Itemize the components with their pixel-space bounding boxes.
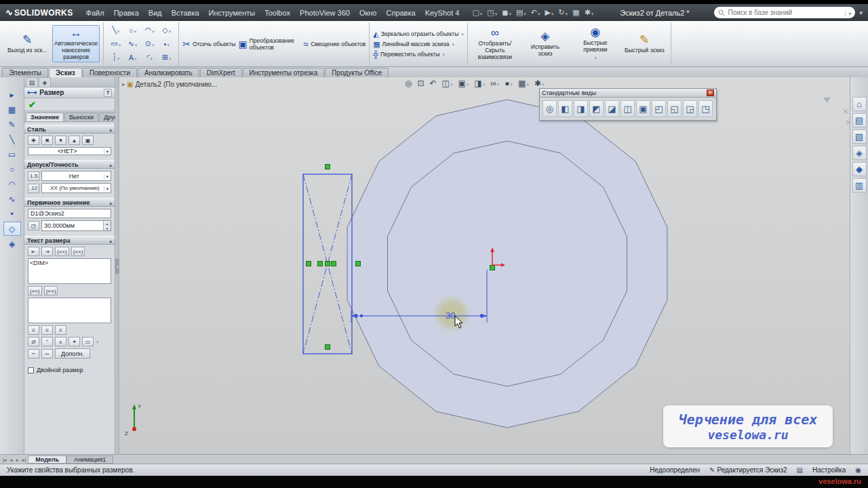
tab-features[interactable]: Элементы bbox=[2, 68, 48, 77]
dropdown-arrow-icon[interactable] bbox=[466, 79, 469, 88]
view-top-icon[interactable]: ◫ bbox=[620, 100, 635, 117]
tolerance-type-select[interactable]: Нет bbox=[41, 171, 111, 181]
search-dropdown-icon[interactable] bbox=[845, 9, 851, 17]
ellipse-entity[interactable]: ⊙ bbox=[141, 37, 158, 51]
graphics-area[interactable]: 30YZ ◎⊡↶◫▣◨∞●▦✱ ▸ ▣ Деталь2 (По умолчани… bbox=[119, 77, 850, 454]
collapse-icon[interactable] bbox=[109, 237, 112, 244]
exit-sketch-button[interactable]: ✎ Выход из эск... bbox=[5, 32, 50, 56]
feature-tree-flyout[interactable]: ▸ ▣ Деталь2 (По умолчанию... bbox=[122, 81, 217, 88]
select-icon[interactable]: ▶ bbox=[544, 8, 555, 17]
task-pane-design-library-icon[interactable]: ▤ bbox=[852, 113, 867, 127]
rapid-sketch-button[interactable]: ✎ Быстрый эскиз bbox=[622, 32, 667, 56]
view-back-icon[interactable]: ◨ bbox=[574, 100, 588, 117]
dropdown-arrow-icon[interactable] bbox=[594, 54, 597, 62]
view-left-icon[interactable]: ◩ bbox=[589, 100, 604, 117]
tab-surfaces[interactable]: Поверхности bbox=[83, 68, 137, 77]
spline-tool[interactable]: ∿ bbox=[3, 192, 21, 206]
line-tool[interactable]: ╲ bbox=[3, 132, 21, 146]
search-input[interactable] bbox=[728, 9, 842, 16]
mirror-entities[interactable]: ◭Зеркально отразить объекты bbox=[373, 30, 464, 39]
degree-symbol-btn[interactable]: ° bbox=[41, 337, 53, 346]
arc-entity[interactable]: ◠ bbox=[141, 24, 158, 37]
view-dimetric-icon[interactable]: ◲ bbox=[683, 100, 697, 117]
dimension-name-field[interactable]: D1@Эскиз2 bbox=[28, 209, 111, 218]
tab-evaluate[interactable]: Анализировать bbox=[138, 68, 199, 77]
dropdown-arrow-icon[interactable] bbox=[151, 26, 155, 35]
trim-entities-button[interactable]: ✂ Отсечь объекты bbox=[182, 41, 235, 47]
dropdown-arrow-icon[interactable] bbox=[591, 9, 594, 17]
tab-scroll-next-icon[interactable]: ▸ bbox=[16, 458, 19, 462]
tab-scroll-prev-icon[interactable]: ◂ bbox=[10, 458, 13, 462]
rectangle-entity[interactable]: ▭ bbox=[107, 37, 124, 51]
dropdown-arrow-icon[interactable] bbox=[508, 9, 511, 17]
help-button[interactable]: ? bbox=[104, 89, 112, 97]
style-preset-select[interactable]: <НЕТ> bbox=[28, 147, 111, 155]
centerline-entity[interactable]: ┆ bbox=[107, 51, 124, 64]
point-tool[interactable]: • bbox=[3, 207, 21, 221]
dropdown-arrow-icon[interactable] bbox=[523, 9, 526, 17]
linear-sketch-pattern[interactable]: ▦Линейный массив эскиза bbox=[373, 40, 464, 49]
print-document-icon[interactable]: ▤ bbox=[515, 8, 528, 17]
close-icon[interactable] bbox=[707, 89, 714, 96]
collapse-icon[interactable] bbox=[109, 126, 112, 133]
dropdown-arrow-icon[interactable] bbox=[96, 338, 99, 345]
view-front-icon[interactable]: ◧ bbox=[558, 100, 572, 117]
circle-entity[interactable]: ○ bbox=[124, 24, 141, 37]
style-load-icon[interactable]: ▲ bbox=[68, 136, 80, 145]
menubar-chevron-icon[interactable]: ▾ bbox=[859, 9, 863, 16]
display-style-icon[interactable]: ◨ bbox=[472, 79, 487, 88]
dimension-value-spinner[interactable]: 30.0000мм bbox=[41, 220, 111, 231]
move-entities[interactable]: ╬Переместить объекты bbox=[373, 50, 464, 58]
dropdown-arrow-icon[interactable] bbox=[168, 26, 172, 35]
dim-extra-2-btn[interactable]: ⌙ bbox=[41, 349, 53, 359]
text-entity[interactable]: A bbox=[124, 51, 141, 64]
plusminus-symbol-btn[interactable]: ± bbox=[55, 337, 66, 346]
symbol-library-btn[interactable]: ✶ bbox=[68, 337, 80, 346]
align-left-btn[interactable]: ≡ bbox=[28, 325, 39, 335]
smart-dimension-tool[interactable]: ◇ bbox=[3, 222, 21, 236]
diameter-symbol-btn[interactable]: Ø bbox=[28, 337, 39, 346]
sketch-tool[interactable]: ✎ bbox=[3, 117, 21, 131]
align-right-btn[interactable]: ≡ bbox=[55, 325, 66, 335]
view-right-icon[interactable]: ◪ bbox=[605, 100, 619, 117]
dropdown-arrow-icon[interactable] bbox=[134, 54, 137, 62]
dropdown-arrow-icon[interactable] bbox=[565, 9, 568, 17]
panel-toggle-icon[interactable]: ▤ bbox=[797, 466, 803, 474]
dropdown-arrow-icon[interactable] bbox=[537, 9, 540, 17]
menu-item[interactable]: PhotoView 360 bbox=[295, 7, 355, 18]
edit-appearance-icon[interactable]: ● bbox=[502, 79, 515, 88]
zoom-to-fit-icon[interactable]: ◎ bbox=[403, 79, 414, 88]
tab-animation[interactable]: Анимация1 bbox=[66, 455, 113, 464]
style-folder-icon[interactable]: ▣ bbox=[82, 136, 94, 145]
view-isometric-icon[interactable]: ◰ bbox=[652, 100, 666, 117]
circle-tool[interactable]: ○ bbox=[3, 162, 21, 176]
ok-button[interactable]: ✔ bbox=[28, 100, 36, 110]
dropdown-arrow-icon[interactable] bbox=[496, 79, 500, 88]
dropdown-arrow-icon[interactable] bbox=[451, 41, 454, 47]
menu-item[interactable]: Правка bbox=[109, 7, 144, 18]
dropdown-arrow-icon[interactable] bbox=[460, 30, 464, 37]
justify-right-btn[interactable]: ⇥ bbox=[41, 247, 53, 256]
tab-sheet-tools[interactable]: Инструменты отрезка bbox=[243, 68, 325, 77]
symbol-box-btn[interactable]: ▭ bbox=[82, 337, 94, 346]
arc-tool[interactable]: ◠ bbox=[3, 177, 21, 191]
spin-up-icon[interactable] bbox=[104, 221, 111, 226]
expand-icon[interactable]: ▸ bbox=[122, 81, 125, 87]
task-pane-view-palette-icon[interactable]: ◈ bbox=[852, 146, 867, 160]
dropdown-arrow-icon[interactable] bbox=[168, 54, 172, 62]
previous-view-icon[interactable]: ↶ bbox=[428, 79, 439, 88]
tab-sketch[interactable]: Эскиз bbox=[49, 68, 82, 77]
dropdown-arrow-icon[interactable] bbox=[494, 9, 498, 17]
style-new-icon[interactable]: ✚ bbox=[28, 136, 39, 145]
add-parenthesis-btn[interactable]: (××) bbox=[55, 247, 69, 256]
view-settings-icon[interactable]: ✱ bbox=[532, 79, 547, 88]
menu-item[interactable]: Инструменты bbox=[204, 7, 260, 18]
knowledge-search[interactable] bbox=[714, 7, 855, 18]
view-normal-to-icon[interactable]: ◎ bbox=[542, 100, 557, 117]
menu-item[interactable]: Окно bbox=[355, 7, 382, 18]
dim-extra-1-btn[interactable]: ⌐ bbox=[28, 349, 39, 359]
quick-snaps-button[interactable]: ◉ Быстрые привязки bbox=[572, 24, 619, 64]
tab-value[interactable]: Значение bbox=[26, 113, 64, 121]
task-pane-custom-props-icon[interactable]: ▥ bbox=[852, 178, 867, 192]
dropdown-arrow-icon[interactable] bbox=[510, 79, 513, 88]
